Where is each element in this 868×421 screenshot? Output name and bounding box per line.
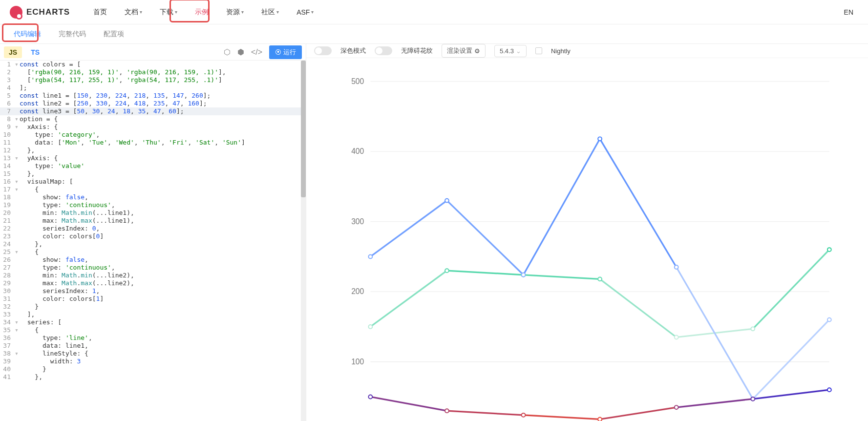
- code-line[interactable]: 33 ],: [0, 311, 306, 318]
- code-line[interactable]: 8▾option = {: [0, 115, 306, 123]
- code-line[interactable]: 23 color: colors[0]: [0, 232, 306, 240]
- nav-item-0[interactable]: 首页: [85, 0, 116, 24]
- code-line[interactable]: 1▾const colors = [: [0, 61, 306, 68]
- fold-icon[interactable]: ▾: [15, 123, 20, 131]
- code-line[interactable]: 9▾ xAxis: {: [0, 123, 306, 131]
- subtab-2[interactable]: 配置项: [95, 24, 133, 44]
- fold-icon[interactable]: [15, 373, 20, 381]
- fold-icon[interactable]: [15, 107, 20, 115]
- fold-icon[interactable]: [15, 76, 20, 84]
- fold-icon[interactable]: ▾: [15, 350, 20, 358]
- fold-icon[interactable]: ▾: [15, 186, 20, 193]
- dark-mode-toggle[interactable]: [314, 46, 332, 55]
- lang-tab-js[interactable]: JS: [4, 46, 22, 58]
- fold-icon[interactable]: [15, 217, 20, 225]
- fold-icon[interactable]: [15, 303, 20, 311]
- code-line[interactable]: 38▾ lineStyle: {: [0, 350, 306, 358]
- fold-icon[interactable]: [15, 170, 20, 178]
- fold-icon[interactable]: [15, 84, 20, 92]
- nav-item-4[interactable]: 资源▾: [217, 0, 253, 24]
- fold-icon[interactable]: [15, 139, 20, 147]
- code-line[interactable]: 3 ['rgba(54, 117, 255, 1)', 'rgba(54, 11…: [0, 76, 306, 84]
- logo[interactable]: ECHARTS: [10, 6, 70, 19]
- code-line[interactable]: 7const line3 = [50, 30, 24, 18, 35, 47, …: [0, 107, 306, 115]
- code-line[interactable]: 20 min: Math.min(...line1),: [0, 209, 306, 217]
- fold-icon[interactable]: [15, 311, 20, 318]
- fold-icon[interactable]: ▾: [15, 154, 20, 162]
- fold-icon[interactable]: [15, 334, 20, 342]
- code-line[interactable]: 5const line1 = [150, 230, 224, 218, 135,…: [0, 92, 306, 100]
- nav-item-5[interactable]: 社区▾: [253, 0, 288, 24]
- fold-icon[interactable]: [15, 256, 20, 264]
- fold-icon[interactable]: [15, 279, 20, 287]
- editor-scrollbar[interactable]: [301, 61, 306, 421]
- code-icon[interactable]: </>: [251, 48, 262, 57]
- code-line[interactable]: 10 type: 'category',: [0, 131, 306, 139]
- subtab-0[interactable]: 代码编辑: [5, 24, 50, 44]
- subtab-1[interactable]: 完整代码: [50, 24, 95, 44]
- fold-icon[interactable]: [15, 232, 20, 240]
- code-line[interactable]: 28 min: Math.min(...line2),: [0, 272, 306, 279]
- fold-icon[interactable]: [15, 131, 20, 139]
- code-line[interactable]: 15 },: [0, 170, 306, 178]
- fold-icon[interactable]: [15, 209, 20, 217]
- fold-icon[interactable]: [15, 201, 20, 209]
- fold-icon[interactable]: [15, 295, 20, 303]
- nav-item-2[interactable]: 下载▾: [151, 0, 186, 24]
- aria-toggle[interactable]: [375, 46, 392, 55]
- code-line[interactable]: 6const line2 = [250, 330, 224, 418, 235,…: [0, 100, 306, 107]
- fold-icon[interactable]: ▾: [15, 178, 20, 186]
- language-switch[interactable]: EN: [839, 8, 858, 16]
- nav-item-6[interactable]: ASF▾: [288, 0, 322, 24]
- fold-icon[interactable]: [15, 287, 20, 295]
- code-line[interactable]: 40 }: [0, 365, 306, 373]
- nav-item-1[interactable]: 文档▾: [116, 0, 151, 24]
- code-line[interactable]: 25▾ {: [0, 248, 306, 256]
- lang-tab-ts[interactable]: TS: [26, 46, 44, 58]
- fold-icon[interactable]: [15, 240, 20, 248]
- fold-icon[interactable]: [15, 92, 20, 100]
- code-line[interactable]: 18 show: false,: [0, 193, 306, 201]
- fold-icon[interactable]: [15, 162, 20, 170]
- fold-icon[interactable]: [15, 342, 20, 350]
- fold-icon[interactable]: [15, 272, 20, 279]
- fold-icon[interactable]: [15, 358, 20, 365]
- fold-icon[interactable]: [15, 193, 20, 201]
- fold-icon[interactable]: [15, 68, 20, 76]
- code-line[interactable]: 29 max: Math.max(...line2),: [0, 279, 306, 287]
- fold-icon[interactable]: ▾: [15, 61, 20, 68]
- code-line[interactable]: 16▾ visualMap: [: [0, 178, 306, 186]
- fold-icon[interactable]: [15, 264, 20, 272]
- code-line[interactable]: 34▾ series: [: [0, 318, 306, 326]
- code-line[interactable]: 37 data: line1,: [0, 342, 306, 350]
- scrollbar-thumb[interactable]: [301, 61, 306, 197]
- fold-icon[interactable]: ▾: [15, 115, 20, 123]
- code-editor[interactable]: 1▾const colors = [2 ['rgba(90, 216, 159,…: [0, 61, 306, 421]
- nav-item-3[interactable]: 示例: [186, 0, 217, 24]
- code-line[interactable]: 21 max: Math.max(...line1),: [0, 217, 306, 225]
- code-line[interactable]: 24 },: [0, 240, 306, 248]
- code-line[interactable]: 17▾ {: [0, 186, 306, 193]
- fold-icon[interactable]: ▾: [15, 248, 20, 256]
- code-line[interactable]: 32 }: [0, 303, 306, 311]
- version-select[interactable]: 5.4.3 ⌄: [494, 45, 527, 57]
- code-line[interactable]: 41 },: [0, 373, 306, 381]
- fold-icon[interactable]: [15, 365, 20, 373]
- code-line[interactable]: 36 type: 'line',: [0, 334, 306, 342]
- code-line[interactable]: 30 seriesIndex: 1,: [0, 287, 306, 295]
- fold-icon[interactable]: [15, 100, 20, 107]
- fold-icon[interactable]: [15, 147, 20, 154]
- code-line[interactable]: 27 type: 'continuous',: [0, 264, 306, 272]
- code-line[interactable]: 11 data: ['Mon', 'Tue', 'Wed', 'Thu', 'F…: [0, 139, 306, 147]
- code-line[interactable]: 14 type: 'value': [0, 162, 306, 170]
- cube-icon[interactable]: ⬢: [237, 47, 244, 57]
- run-button[interactable]: ⦿ 运行: [269, 45, 302, 59]
- fold-icon[interactable]: [15, 225, 20, 232]
- nightly-checkbox[interactable]: [535, 47, 542, 54]
- code-line[interactable]: 19 type: 'continuous',: [0, 201, 306, 209]
- code-line[interactable]: 12 },: [0, 147, 306, 154]
- code-line[interactable]: 2 ['rgba(90, 216, 159, 1)', 'rgba(90, 21…: [0, 68, 306, 76]
- code-line[interactable]: 22 seriesIndex: 0,: [0, 225, 306, 232]
- cube-outline-icon[interactable]: ⬡: [224, 47, 231, 57]
- code-line[interactable]: 31 color: colors[1]: [0, 295, 306, 303]
